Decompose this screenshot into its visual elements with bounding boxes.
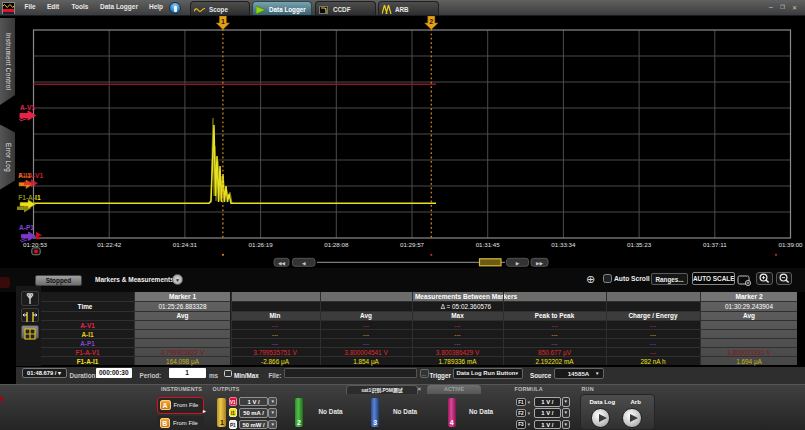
svg-text:A-P1: A-P1 (19, 224, 34, 231)
svg-text:01:31:45: 01:31:45 (476, 241, 501, 248)
svg-text:▶▶: ▶▶ (536, 261, 544, 266)
svg-text:01:24:31: 01:24:31 (173, 241, 198, 248)
svg-text:01:22:42: 01:22:42 (97, 241, 122, 248)
svg-text:A-I1: A-I1 (18, 172, 31, 179)
svg-text:◀◀: ◀◀ (278, 261, 286, 266)
svg-text:1: 1 (221, 18, 225, 25)
svg-text:F1-A-I1: F1-A-I1 (18, 194, 41, 201)
svg-text:A-V1: A-V1 (20, 104, 35, 111)
svg-text:01:35:23: 01:35:23 (627, 241, 652, 248)
svg-text:01:29:57: 01:29:57 (400, 241, 425, 248)
svg-text:▶: ▶ (516, 261, 520, 266)
svg-text:01:37:11: 01:37:11 (703, 241, 727, 248)
svg-text:01:33:34: 01:33:34 (551, 241, 576, 248)
svg-text:01:20:53: 01:20:53 (23, 241, 48, 248)
svg-text:01:28:08: 01:28:08 (324, 241, 349, 248)
svg-text:2: 2 (429, 18, 433, 25)
svg-text:01:39:00: 01:39:00 (778, 241, 803, 248)
svg-text:◀: ◀ (302, 261, 306, 266)
svg-text:01:26:19: 01:26:19 (249, 241, 274, 248)
